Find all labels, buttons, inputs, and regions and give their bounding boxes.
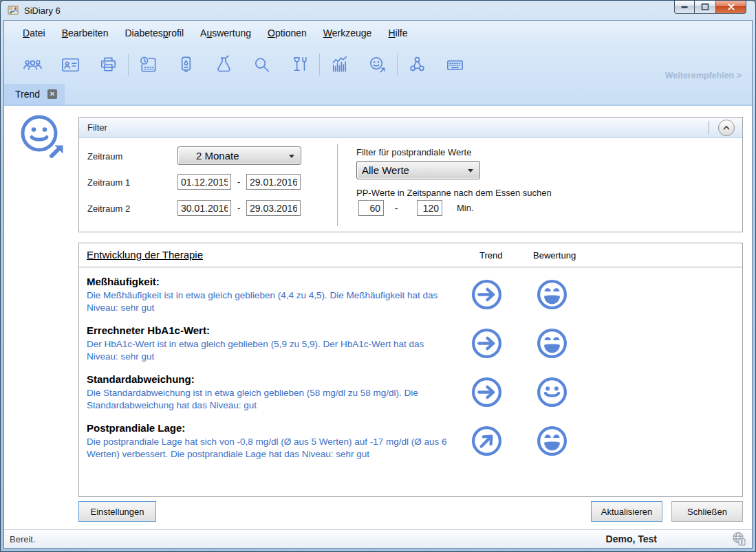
zeitraum1-to-input[interactable] <box>246 174 301 190</box>
close-button[interactable] <box>715 1 746 14</box>
einstellungen-button[interactable]: Einstellungen <box>78 501 156 522</box>
zeitraum-select-value: 2 Monate <box>178 150 239 162</box>
row-description: Die postprandiale Lage hat sich von -0,8… <box>87 436 454 461</box>
titlebar: SiDiary 6 <box>1 1 755 20</box>
tab-close-icon[interactable]: ✕ <box>47 89 57 99</box>
trend-steady-icon <box>454 375 519 409</box>
row-title: Standardabweichung: <box>87 373 454 385</box>
menu-auswertung[interactable]: Auswertung <box>192 23 259 43</box>
statistics-icon[interactable] <box>321 49 358 80</box>
client-area: Datei Bearbeiten Diabetesprofil Auswertu… <box>3 20 753 549</box>
menu-optionen[interactable]: Optionen <box>259 23 315 43</box>
tab-trend[interactable]: Trend ✕ <box>4 84 65 104</box>
window-controls <box>674 1 746 14</box>
zeitraum2-to-input[interactable] <box>246 200 301 216</box>
trend-steady-icon <box>454 327 519 360</box>
pp-max-input[interactable] <box>417 200 442 216</box>
row-description: Die Standardabweichung ist in etwa gleic… <box>87 387 454 412</box>
pp-filter-select-value: Alle Werte <box>357 164 409 176</box>
therapy-row-hba1c: Errechneter HbA1c-Wert: Der HbA1c-Wert i… <box>79 319 742 368</box>
trend-steady-icon <box>454 278 519 311</box>
toolbar-separator <box>128 54 129 76</box>
dropdown-arrow-icon <box>468 169 473 173</box>
rating-very-good-icon <box>519 327 585 360</box>
row-title: Errechneter HbA1c-Wert: <box>87 324 454 336</box>
filter-panel: Filter Zeitraum 2 Monate Zeitraum 1 <box>78 117 743 232</box>
close-icon <box>727 3 735 11</box>
therapy-header: Entwicklung der Therapie Trend Bewertung <box>79 243 742 267</box>
filter-panel-body: Zeitraum 2 Monate Zeitraum 1 - Zeitraum … <box>79 138 742 232</box>
zeitraum-select[interactable]: 2 Monate <box>177 146 301 165</box>
toolbar-separator <box>397 54 398 76</box>
contact-card-icon[interactable] <box>52 49 89 80</box>
filter-panel-title: Filter <box>87 122 107 133</box>
search-icon[interactable] <box>243 49 281 80</box>
lab-flask-icon[interactable] <box>205 49 243 80</box>
window-title: SiDiary 6 <box>24 5 61 16</box>
keyboard-icon[interactable] <box>436 49 474 80</box>
trend-improving-icon <box>454 424 519 458</box>
filter-panel-header: Filter <box>79 118 742 138</box>
pp-span-label: PP-Werte in Zeitspanne nach dem Essen su… <box>356 188 552 198</box>
zeitraum1-from-input[interactable] <box>177 174 231 190</box>
aktualisieren-button[interactable]: Aktualisieren <box>591 501 662 522</box>
calendar-clock-icon[interactable] <box>129 49 167 80</box>
row-title: Meßhäufigkeit: <box>87 276 454 287</box>
therapy-panel: Entwicklung der Therapie Trend Bewertung… <box>78 243 743 497</box>
range-dash: - <box>237 203 240 213</box>
trend-page-icon <box>17 111 72 166</box>
minimize-button[interactable] <box>674 1 695 14</box>
menu-diabetesprofil[interactable]: Diabetesprofil <box>116 23 192 43</box>
row-description: Die Meßhäufigkeit ist in etwa gleich geb… <box>87 289 454 314</box>
dropdown-arrow-icon <box>289 155 294 158</box>
pp-unit-label: Min. <box>457 203 474 213</box>
status-text: Bereit. <box>10 534 36 544</box>
header-separator <box>709 121 709 135</box>
row-description: Der HbA1c-Wert ist in etwa gleich geblie… <box>87 338 454 363</box>
zeitraum2-from-input[interactable] <box>177 200 231 216</box>
rating-very-good-icon <box>519 278 585 311</box>
therapy-heading: Entwicklung der Therapie <box>87 249 203 261</box>
therapy-row-postprandiale-lage: Postprandiale Lage: Die postprandiale La… <box>79 417 742 465</box>
maximize-icon <box>701 3 709 11</box>
therapy-row-standardabweichung: Standardabweichung: Die Standardabweichu… <box>79 368 742 417</box>
recommend-link[interactable]: Weiterempfehlen > <box>665 71 742 80</box>
rating-good-icon <box>519 375 585 409</box>
collapse-panel-button[interactable] <box>718 120 735 136</box>
minimize-icon <box>680 3 689 11</box>
filter-vertical-separator <box>337 144 338 226</box>
rating-very-good-icon <box>519 424 585 458</box>
therapy-rows: Meßhäufigkeit: Die Meßhäufigkeit ist in … <box>79 267 742 465</box>
pp-filter-select[interactable]: Alle Werte <box>356 161 480 179</box>
toolbar: Weiterempfehlen > <box>4 45 752 84</box>
users-icon[interactable] <box>14 49 52 80</box>
tab-bar: Trend ✕ <box>4 84 752 106</box>
tab-trend-label: Trend <box>15 89 40 100</box>
schliessen-button[interactable]: Schließen <box>671 501 743 522</box>
zeitraum-label: Zeitraum <box>87 151 122 162</box>
printer-icon[interactable] <box>89 49 127 80</box>
pp-min-input[interactable] <box>358 200 384 216</box>
therapy-row-messhaeufigkeit: Meßhäufigkeit: Die Meßhäufigkeit ist in … <box>79 270 742 319</box>
toolbar-separator <box>319 54 320 76</box>
trend-smiley-icon[interactable] <box>358 49 396 80</box>
pp-filter-label: Filter für postprandiale Werte <box>356 147 471 157</box>
menu-datei[interactable]: Datei <box>14 23 54 43</box>
row-title: Postprandiale Lage: <box>87 422 454 434</box>
app-window: SiDiary 6 Datei Bearbeiten Diabetesprofi… <box>0 0 756 552</box>
nutrition-icon[interactable] <box>281 49 318 80</box>
chevron-up-icon <box>722 123 731 133</box>
maximize-button[interactable] <box>695 1 715 14</box>
menu-hilfe[interactable]: Hilfe <box>380 23 415 43</box>
glucose-meter-icon[interactable] <box>167 49 205 80</box>
column-header-trend: Trend <box>479 250 502 261</box>
globe-sync-icon <box>731 531 746 547</box>
column-header-bewertung: Bewertung <box>533 250 576 261</box>
share-icon[interactable] <box>398 49 436 80</box>
menu-werkzeuge[interactable]: Werkzeuge <box>315 23 380 43</box>
range-dash: - <box>395 203 398 213</box>
current-user: Demo, Test <box>606 533 657 544</box>
menu-bearbeiten[interactable]: Bearbeiten <box>54 23 117 43</box>
action-button-row: Einstellungen Aktualisieren Schließen <box>78 501 743 522</box>
zeitraum1-label: Zeitraum 1 <box>87 177 130 188</box>
